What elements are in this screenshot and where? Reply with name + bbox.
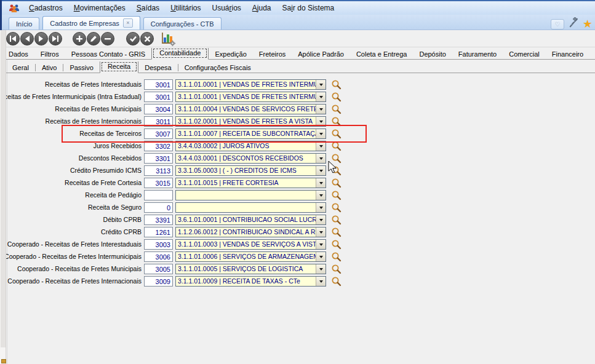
account-combobox[interactable]: 3.1.1.01.0009 | RECEITA DE TAXAS - CTe [175, 276, 326, 287]
dropdown-arrow-icon[interactable] [316, 141, 325, 151]
dropdown-arrow-icon[interactable] [316, 277, 325, 286]
menu-item-sa-das[interactable]: Saídas [131, 2, 165, 14]
add-record-button[interactable] [73, 32, 86, 46]
menu-item-usu-rios[interactable]: Usuários [206, 2, 246, 14]
account-code-input[interactable] [144, 227, 173, 237]
account-combobox[interactable]: 3.1.1.01.0006 | SERVIÇOS DE ARMAZENAGEM [175, 251, 326, 262]
tab-coleta-e-entrega[interactable]: Coleta e Entrega [350, 49, 413, 60]
search-account-icon[interactable] [331, 190, 341, 200]
dropdown-arrow-icon[interactable] [316, 191, 325, 200]
account-code-input[interactable] [144, 116, 173, 127]
search-account-icon[interactable] [331, 104, 341, 114]
account-combobox[interactable]: 3.1.1.01.0005 | SERVIÇOS DE LOGISTICA [175, 264, 326, 274]
menu-item-ajuda[interactable]: Ajuda [247, 2, 277, 14]
tab-freteiros[interactable]: Freteiros [253, 49, 292, 60]
previous-record-button[interactable] [20, 32, 34, 46]
subtab-ativo[interactable]: Ativo [36, 63, 63, 73]
account-code-input[interactable] [144, 276, 173, 287]
confirm-button[interactable] [126, 32, 140, 46]
menu-item-utilit-rios[interactable]: Utilitários [165, 2, 206, 14]
account-combobox[interactable]: 3.1.1.01.0004 | VENDAS DE SERVICOS FRETE… [175, 104, 326, 114]
tab-contabilidade[interactable]: Contabilidade [151, 48, 209, 60]
tab-filtros[interactable]: Filtros [34, 49, 65, 60]
subtab-despesa[interactable]: Despesa [138, 63, 177, 73]
dropdown-arrow-icon[interactable] [316, 228, 325, 237]
dropdown-arrow-icon[interactable] [316, 240, 325, 249]
tab-financeiro[interactable]: Financeiro [546, 49, 589, 60]
account-code-input[interactable] [144, 141, 173, 151]
unpin-icon[interactable] [569, 17, 578, 31]
cancel-button[interactable] [140, 32, 154, 46]
doc-tab-configura-es-ctb[interactable]: Configurações - CTB [143, 17, 222, 30]
account-code-input[interactable] [144, 104, 173, 114]
account-combobox[interactable]: 3.4.4.03.0002 | JUROS ATIVOS [175, 141, 326, 151]
last-record-button[interactable] [49, 32, 62, 46]
account-combobox[interactable]: 3.6.1.01.0001 | CONTRIBUICAO SOCIAL LUCR… [175, 215, 326, 225]
doc-tab-cadastro-de-empresas[interactable]: Cadastro de Empresas× [42, 16, 140, 30]
search-account-icon[interactable] [331, 178, 341, 188]
search-account-icon[interactable] [331, 141, 341, 151]
account-combobox[interactable]: 3.1.1.01.0015 | FRETE CORTESIA [175, 178, 326, 188]
dropdown-arrow-icon[interactable] [316, 129, 325, 138]
tab-oficina[interactable]: Oficina [589, 49, 595, 60]
first-record-button[interactable] [6, 32, 20, 46]
dropdown-arrow-icon[interactable] [316, 166, 325, 175]
account-code-input[interactable] [144, 165, 173, 176]
account-combobox[interactable] [175, 190, 326, 200]
dropdown-arrow-icon[interactable] [316, 215, 325, 224]
account-combobox[interactable]: 3.1.1.01.0003 | VENDAS DE SERVIÇOS A VIS… [175, 239, 326, 250]
search-account-icon[interactable] [331, 264, 341, 274]
chart-settings-button[interactable] [160, 31, 176, 46]
dropdown-arrow-icon[interactable] [316, 117, 325, 126]
tab-faturamento[interactable]: Faturamento [452, 49, 503, 60]
account-code-input[interactable] [144, 264, 173, 274]
account-code-input[interactable] [144, 79, 173, 90]
dropdown-arrow-icon[interactable] [316, 252, 325, 261]
account-combobox[interactable]: 3.1.1.01.0001 | VENDAS DE FRETES INTERMU… [175, 92, 326, 102]
search-account-icon[interactable] [331, 202, 341, 213]
doc-tab-in-cio[interactable]: Início [9, 17, 39, 30]
menu-item-cadastros[interactable]: Cadastros [23, 2, 68, 14]
account-code-input[interactable] [144, 251, 173, 262]
account-code-input[interactable] [144, 153, 173, 164]
search-account-icon[interactable] [331, 92, 341, 102]
account-code-input[interactable] [144, 92, 173, 102]
tab-pessoas-contato-gris[interactable]: Pessoas Contato - GRIS [65, 49, 151, 60]
dropdown-arrow-icon[interactable] [316, 80, 325, 89]
next-record-button[interactable] [34, 32, 48, 46]
search-account-icon[interactable] [331, 215, 341, 225]
search-account-icon[interactable] [331, 239, 341, 250]
subtab-configura-es-fiscais[interactable]: Configurações Fiscais [178, 63, 257, 73]
tab-expedi-o[interactable]: Expedição [209, 49, 252, 60]
search-account-icon[interactable] [331, 116, 341, 127]
tab-ap-lice-padr-o[interactable]: Apólice Padrão [292, 49, 350, 60]
account-code-input[interactable] [144, 129, 173, 139]
account-code-input[interactable] [144, 190, 173, 200]
search-account-icon[interactable] [331, 79, 341, 90]
search-account-icon[interactable] [331, 251, 341, 262]
favorite-star-icon[interactable]: ★ [583, 18, 593, 30]
tab-dep-sito[interactable]: Depósito [413, 49, 452, 60]
left-scrollbar-thumb[interactable] [1, 30, 6, 347]
dropdown-arrow-icon[interactable] [316, 178, 325, 188]
account-combobox[interactable]: 3.1.1.01.0001 | VENDAS DE FRETES INTERMU… [175, 79, 326, 90]
dropdown-arrow-icon[interactable] [316, 203, 325, 212]
dropdown-arrow-icon[interactable] [316, 154, 325, 163]
favorites-chevron-button[interactable]: ♡ [551, 19, 564, 30]
left-scrollbar[interactable] [0, 30, 6, 364]
menu-item-sair-do-sistema[interactable]: Sair do Sistema [277, 2, 340, 14]
account-combobox[interactable]: 3.1.1.01.0007 | RECEITA DE SUBCONTRATAÇA… [175, 129, 326, 139]
dropdown-arrow-icon[interactable] [316, 264, 325, 274]
subtab-receita[interactable]: Receita [100, 61, 138, 73]
account-combobox[interactable]: 3.1.1.02.0001 | VENDAS DE FRETES A VISTA [175, 116, 326, 127]
dropdown-arrow-icon[interactable] [316, 105, 325, 114]
account-code-input[interactable] [144, 178, 173, 188]
account-code-input[interactable] [144, 202, 173, 213]
close-tab-icon[interactable]: × [123, 18, 133, 28]
account-combobox[interactable]: 3.3.1.05.0003 | ( - ) CREDITOS DE ICMS [175, 165, 326, 176]
account-combobox[interactable]: 1.1.2.06.0012 | CONTRIBUICAO SINDICAL A … [175, 227, 326, 237]
account-code-input[interactable] [144, 239, 173, 250]
search-account-icon[interactable] [331, 129, 341, 139]
account-code-input[interactable] [144, 215, 173, 225]
subtab-passivo[interactable]: Passivo [63, 63, 100, 73]
